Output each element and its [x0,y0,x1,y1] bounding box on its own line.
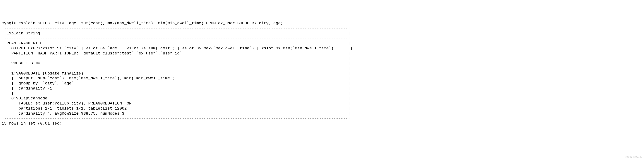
table-border-bottom: +---------------------------------------… [2,116,350,121]
table-border-top: +---------------------------------------… [2,26,350,31]
mysql-prompt: mysql> [2,21,18,26]
table-border-mid: +---------------------------------------… [2,36,350,41]
plan-line-4: | VRESULT SINK | [2,61,350,66]
plan-line-3: | | [2,56,350,61]
plan-line-6: | 1:VAGGREGATE (update finalize) | [2,71,350,76]
plan-line-12: | TABLE: ex_user(rollup_city), PREAGGREG… [2,101,350,106]
watermark-text: CSDN 争做动画 [626,156,642,159]
table-column-header: | Explain String | [2,31,350,36]
plan-line-10: | | | [2,91,350,96]
result-footer: 15 rows in set (0.01 sec) [2,121,62,126]
plan-line-1: | OUTPUT EXPRS:<slot 5> `city` | <slot 6… [2,46,353,51]
plan-line-2: | PARTITION: HASH_PARTITIONED: `default_… [2,51,350,56]
sql-query: explain SELECT city, age, sum(cost), max… [18,21,283,26]
mysql-terminal-output: mysql> explain SELECT city, age, sum(cos… [2,21,642,126]
plan-line-0: | PLAN FRAGMENT 0 | [2,41,350,46]
plan-line-11: | 0:VOlapScanNode | [2,96,350,101]
plan-line-13: | partitions=1/1, tablets=1/1, tabletLis… [2,106,350,111]
plan-line-7: | | output: sum(`cost`), max(`max_dwell_… [2,76,350,81]
plan-line-8: | | group by: `city`, `age` | [2,81,350,86]
plan-line-14: | cardinality=4, avgRowSize=938.75, numN… [2,111,350,116]
plan-line-5: | | [2,66,350,71]
plan-line-9: | | cardinality=-1 | [2,86,350,91]
